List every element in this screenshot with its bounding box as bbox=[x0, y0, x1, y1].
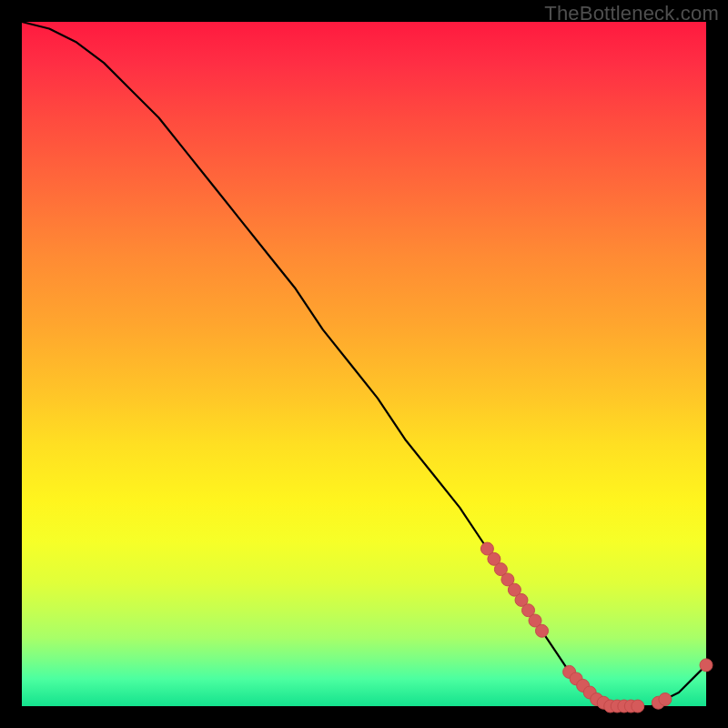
marker-dot bbox=[659, 693, 672, 706]
curve-markers bbox=[480, 542, 713, 713]
marker-dot bbox=[536, 624, 549, 637]
bottleneck-curve bbox=[22, 22, 706, 706]
plot-area bbox=[22, 22, 706, 706]
curve-layer bbox=[22, 22, 706, 706]
marker-dot bbox=[632, 700, 644, 713]
chart-stage: TheBottleneck.com bbox=[0, 0, 728, 728]
marker-dot bbox=[700, 659, 713, 672]
